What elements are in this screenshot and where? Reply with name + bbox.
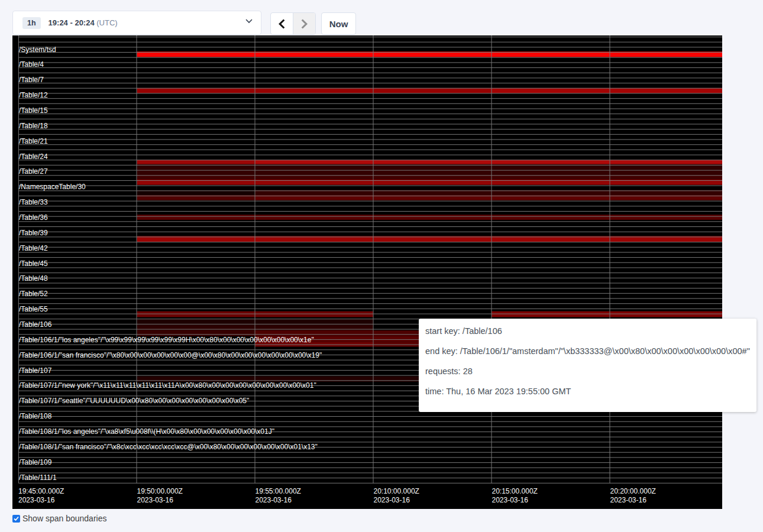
svg-text:/Table/108/1/"san francisco"/": /Table/108/1/"san francisco"/"\x8c\xcc\x… (19, 443, 318, 451)
svg-text:2023-03-16: 2023-03-16 (610, 496, 647, 504)
svg-text:20:15:00.000Z: 20:15:00.000Z (492, 487, 538, 495)
svg-text:/Table/107/1/"seattle"/"UUUUUU: /Table/107/1/"seattle"/"UUUUUUD\x00\x80\… (19, 397, 249, 405)
svg-text:/Table/27: /Table/27 (19, 167, 48, 176)
svg-text:/Table/4: /Table/4 (19, 60, 44, 69)
svg-text:19:50:00.000Z: 19:50:00.000Z (137, 487, 183, 495)
svg-text:/Table/107: /Table/107 (19, 366, 52, 375)
svg-text:/Table/15: /Table/15 (19, 106, 48, 115)
svg-text:/Table/12: /Table/12 (19, 91, 48, 99)
svg-text:20:10:00.000Z: 20:10:00.000Z (374, 487, 419, 495)
svg-text:19:55:00.000Z: 19:55:00.000Z (256, 487, 301, 495)
svg-text:/Table/55: /Table/55 (19, 305, 48, 313)
svg-text:2023-03-16: 2023-03-16 (492, 496, 529, 504)
svg-text:/Table/48: /Table/48 (19, 274, 48, 283)
svg-text:2023-03-16: 2023-03-16 (18, 496, 55, 504)
svg-text:/Table/106: /Table/106 (19, 320, 52, 329)
svg-text:2023-03-16: 2023-03-16 (256, 496, 292, 504)
svg-text:/Table/108/1/"los angeles"/"\x: /Table/108/1/"los angeles"/"\xa8\xf5\u00… (19, 427, 274, 436)
svg-text:19:45:00.000Z: 19:45:00.000Z (18, 487, 64, 495)
svg-text:/Table/7: /Table/7 (19, 76, 44, 84)
svg-text:2023-03-16: 2023-03-16 (137, 496, 174, 504)
svg-text:/Table/24: /Table/24 (19, 153, 48, 161)
svg-text:/Table/106/1/"san francisco"/": /Table/106/1/"san francisco"/"\x80\x00\x… (19, 351, 322, 359)
svg-text:/Table/107/1/"new york"/"\x11\: /Table/107/1/"new york"/"\x11\x11\x11\x1… (19, 381, 316, 390)
svg-text:/Table/111/1: /Table/111/1 (19, 473, 57, 482)
svg-text:/Table/45: /Table/45 (19, 259, 48, 268)
svg-text:/Table/52: /Table/52 (19, 290, 48, 298)
svg-text:20:20:00.000Z: 20:20:00.000Z (610, 487, 656, 495)
svg-text:2023-03-16: 2023-03-16 (374, 496, 410, 504)
svg-text:/Table/106/1/"los angeles"/"\x: /Table/106/1/"los angeles"/"\x99\x99\x99… (19, 336, 314, 344)
svg-text:/Table/18: /Table/18 (19, 122, 48, 130)
svg-text:/Table/42: /Table/42 (19, 244, 48, 252)
svg-text:/Table/21: /Table/21 (19, 137, 48, 145)
svg-text:/Table/108: /Table/108 (19, 412, 52, 420)
svg-text:/Table/36: /Table/36 (19, 213, 48, 222)
svg-text:/NamespaceTable/30: /NamespaceTable/30 (19, 183, 86, 191)
svg-text:/Table/33: /Table/33 (19, 198, 48, 206)
svg-text:/Table/39: /Table/39 (19, 229, 48, 237)
svg-text:/System/tsd: /System/tsd (19, 46, 56, 54)
svg-text:/Table/109: /Table/109 (19, 458, 52, 466)
